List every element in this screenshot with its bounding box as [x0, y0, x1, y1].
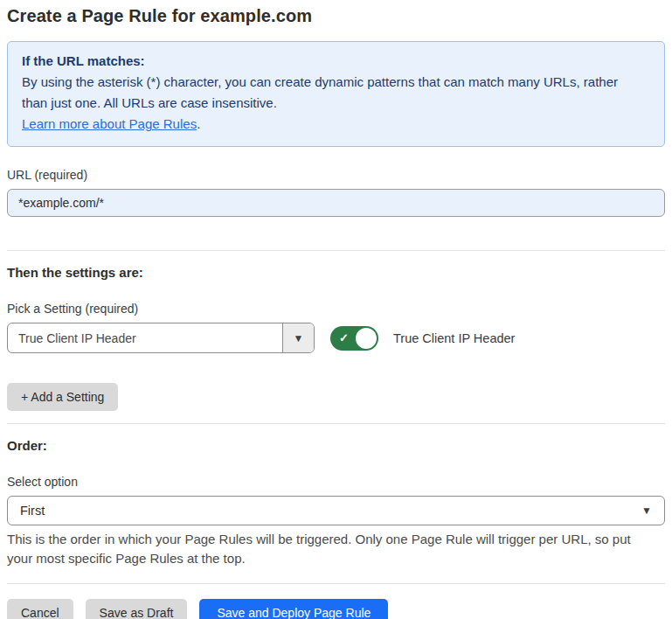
order-help-text: This is the order in which your Page Rul…	[7, 530, 658, 568]
order-select[interactable]: First ▼	[7, 496, 665, 525]
chevron-down-icon: ▼	[641, 504, 652, 517]
info-box-link-line: Learn more about Page Rules.	[22, 114, 650, 135]
footer-actions: Cancel Save as Draft Save and Deploy Pag…	[7, 598, 665, 619]
section-divider-2	[7, 423, 665, 424]
add-setting-button[interactable]: + Add a Setting	[7, 383, 118, 411]
settings-section-heading: Then the settings are:	[7, 265, 665, 280]
learn-more-link-suffix: .	[197, 116, 200, 131]
order-section-heading: Order:	[7, 438, 665, 453]
setting-row: True Client IP Header ▼ ✓ True Client IP…	[7, 323, 665, 353]
order-select-value: First	[20, 504, 45, 518]
url-match-info-box: If the URL matches: By using the asteris…	[7, 41, 665, 147]
setting-select[interactable]: True Client IP Header ▼	[7, 323, 315, 353]
url-input[interactable]	[7, 189, 665, 217]
chevron-down-icon: ▼	[294, 332, 304, 344]
info-box-heading: If the URL matches:	[22, 51, 650, 72]
save-deploy-button[interactable]: Save and Deploy Page Rule	[199, 599, 388, 619]
toggle-knob	[356, 328, 377, 349]
save-draft-button[interactable]: Save as Draft	[86, 599, 188, 619]
setting-select-caret-button[interactable]: ▼	[282, 323, 314, 352]
learn-more-link[interactable]: Learn more about Page Rules	[22, 116, 197, 131]
info-box-body: By using the asterisk (*) character, you…	[22, 72, 634, 114]
pick-setting-label: Pick a Setting (required)	[7, 302, 665, 316]
url-field-label: URL (required)	[7, 168, 665, 182]
setting-select-value: True Client IP Header	[8, 323, 282, 352]
section-divider-3	[7, 583, 665, 584]
setting-toggle-label: True Client IP Header	[393, 331, 515, 345]
cancel-button[interactable]: Cancel	[7, 599, 73, 619]
section-divider-1	[7, 250, 665, 251]
order-select-label: Select option	[7, 475, 665, 489]
setting-enabled-toggle[interactable]: ✓	[330, 326, 378, 351]
page-rule-form: Create a Page Rule for example.com If th…	[0, 0, 672, 619]
page-title: Create a Page Rule for example.com	[7, 6, 665, 26]
check-icon: ✓	[339, 332, 349, 344]
